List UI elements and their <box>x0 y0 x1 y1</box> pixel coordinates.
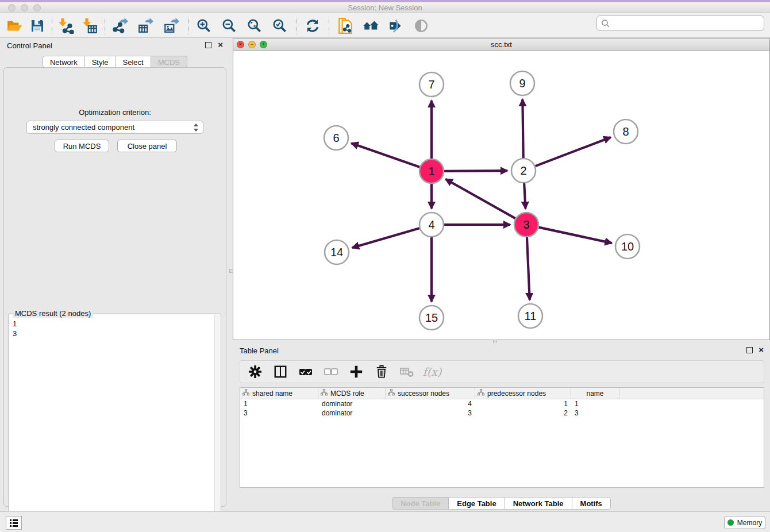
close-panel-button[interactable]: Close panel <box>117 140 177 152</box>
graph-node-1[interactable]: 1 <box>419 159 444 183</box>
tab-motifs[interactable]: Motifs <box>572 497 611 510</box>
graph-node-10[interactable]: 10 <box>615 234 640 259</box>
search-input[interactable] <box>611 19 764 28</box>
table-row[interactable]: 1dominator411 <box>240 399 764 408</box>
close-table-panel-icon[interactable]: × <box>759 345 764 355</box>
column-type-icon <box>478 389 484 398</box>
export-network-icon[interactable] <box>110 16 130 36</box>
export-table-icon[interactable] <box>136 16 155 36</box>
graph-edge-2-8[interactable] <box>536 137 611 166</box>
delete-columns-icon[interactable] <box>374 364 390 380</box>
import-table-icon[interactable] <box>80 16 100 36</box>
graph-node-15[interactable]: 15 <box>419 306 444 330</box>
graph-node-3[interactable]: 3 <box>514 213 538 237</box>
column-header-predecessor-nodes[interactable]: predecessor nodes <box>475 388 571 399</box>
cell-name[interactable]: 1 <box>571 399 619 408</box>
column-header-name[interactable]: name <box>571 388 619 399</box>
select-all-columns-icon[interactable] <box>298 364 314 380</box>
cell-name[interactable]: 3 <box>571 408 619 418</box>
graph-edge-4-14[interactable] <box>352 228 419 248</box>
apply-layout-icon[interactable] <box>303 16 322 36</box>
zoom-out-icon[interactable] <box>220 16 239 36</box>
network-title: scc.txt <box>233 40 769 49</box>
table-options-icon[interactable] <box>247 364 263 380</box>
zoom-in-icon[interactable] <box>194 16 214 36</box>
graph-node-6[interactable]: 6 <box>324 126 348 150</box>
tab-mcds[interactable]: MCDS <box>151 56 187 68</box>
show-column-panel-icon[interactable] <box>272 364 288 380</box>
float-panel-icon[interactable] <box>205 42 211 48</box>
graph-edge-1-2[interactable] <box>444 171 507 171</box>
cell-successor-nodes[interactable]: 3 <box>386 408 475 418</box>
tab-style[interactable]: Style <box>85 56 116 68</box>
task-history-button[interactable] <box>6 516 22 530</box>
cell-shared-name[interactable]: 1 <box>240 399 318 408</box>
svg-text:6: 6 <box>333 132 339 144</box>
tab-node-table[interactable]: Node Table <box>392 497 449 510</box>
graph-node-8[interactable]: 8 <box>614 119 638 144</box>
criterion-select[interactable]: strongly connected component <box>26 121 203 134</box>
svg-text:1: 1 <box>428 165 434 178</box>
column-header-shared-name[interactable]: shared name <box>240 388 318 399</box>
new-network-from-selection-icon[interactable] <box>336 16 355 36</box>
graph-node-14[interactable]: 14 <box>325 240 349 264</box>
control-panel-title: Control Panel <box>7 41 52 50</box>
svg-text:15: 15 <box>425 311 438 324</box>
tab-network[interactable]: Network <box>43 56 85 68</box>
close-panel-icon[interactable]: × <box>218 40 223 50</box>
delete-table-icon <box>399 364 415 380</box>
table-tabs: Node TableEdge TableNetwork TableMotifs <box>233 497 770 510</box>
cell-predecessor-nodes[interactable]: 2 <box>475 408 571 418</box>
export-image-icon[interactable] <box>161 16 181 36</box>
unselect-all-columns-icon[interactable] <box>323 364 339 380</box>
cell-MCDS-role[interactable]: dominator <box>318 408 386 418</box>
result-scrollbar[interactable] <box>214 315 220 532</box>
table-panel: Table Panel × <box>233 343 770 511</box>
hide-selected-icon[interactable] <box>386 16 406 36</box>
control-panel: Control Panel × NetworkStyleSelectMCDS O… <box>0 38 230 511</box>
network-window-titlebar[interactable]: × − + scc.txt <box>233 38 769 51</box>
graph-node-4[interactable]: 4 <box>419 213 444 237</box>
graph-node-9[interactable]: 9 <box>510 71 534 95</box>
graph: 7968124314101511 <box>233 51 769 340</box>
show-graphics-details-icon[interactable] <box>411 16 431 36</box>
float-table-panel-icon[interactable] <box>746 347 753 353</box>
svg-text:4: 4 <box>428 218 434 231</box>
zoom-selected-icon[interactable] <box>270 16 290 36</box>
mcds-result-text[interactable]: 1 3 <box>13 319 221 338</box>
network-canvas[interactable]: 7968124314101511 <box>233 51 769 340</box>
add-column-icon[interactable] <box>348 364 364 380</box>
table-row[interactable]: 3dominator323 <box>240 408 764 418</box>
cell-predecessor-nodes[interactable]: 1 <box>475 399 571 408</box>
zoom-fit-icon[interactable] <box>245 16 264 36</box>
home-first-neighbors-icon[interactable] <box>361 16 380 36</box>
cell-successor-nodes[interactable]: 4 <box>386 399 475 408</box>
run-mcds-button[interactable]: Run MCDS <box>55 140 109 152</box>
tab-edge-table[interactable]: Edge Table <box>449 497 505 510</box>
cell-MCDS-role[interactable]: dominator <box>318 399 386 408</box>
search-icon <box>600 18 611 29</box>
graph-edge-1-6[interactable] <box>351 143 419 167</box>
table-panel-header: Table Panel × <box>233 343 770 358</box>
save-session-icon[interactable] <box>28 16 47 36</box>
tab-network-table[interactable]: Network Table <box>505 497 572 510</box>
memory-button[interactable]: Memory <box>724 516 765 529</box>
open-session-icon[interactable] <box>5 16 24 36</box>
cell-shared-name[interactable]: 3 <box>240 408 318 418</box>
session-title: Session: New Session <box>0 3 770 12</box>
import-network-icon[interactable] <box>56 16 76 36</box>
graph-edge-3-1[interactable] <box>445 179 515 218</box>
graph-node-7[interactable]: 7 <box>419 72 444 97</box>
graph-edge-3-10[interactable] <box>539 228 612 243</box>
function-builder-icon: f(x) <box>424 364 440 380</box>
column-header-successor-nodes[interactable]: successor nodes <box>386 388 475 399</box>
node-table: shared nameMCDS rolesuccessor nodesprede… <box>240 387 764 488</box>
graph-node-2[interactable]: 2 <box>511 159 536 183</box>
tab-select[interactable]: Select <box>116 56 151 68</box>
column-header-MCDS-role[interactable]: MCDS role <box>318 388 386 399</box>
graph-edge-2-9[interactable] <box>522 99 523 158</box>
graph-edge-2-3[interactable] <box>524 183 525 209</box>
graph-node-11[interactable]: 11 <box>518 304 542 328</box>
graph-edge-3-11[interactable] <box>527 237 530 300</box>
search-box[interactable] <box>596 16 764 31</box>
